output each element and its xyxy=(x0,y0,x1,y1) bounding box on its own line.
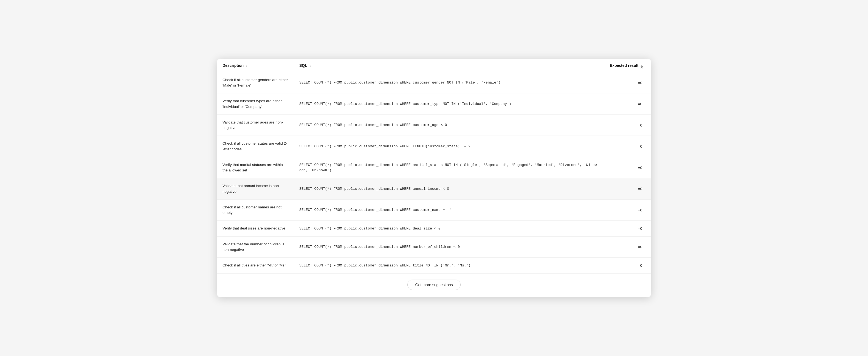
cell-sql: SELECT COUNT(*) FROM public.customer_dim… xyxy=(294,94,604,115)
checks-table: Description ↕ SQL ↕ Expected result ↕ Ch… xyxy=(217,59,651,274)
table-row: Validate that customer ages are non-nega… xyxy=(217,114,651,136)
cell-sql: SELECT COUNT(*) FROM public.customer_dim… xyxy=(294,136,604,157)
modal: × Description ↕ SQL ↕ Expected result ↕ xyxy=(217,59,651,297)
cell-description: Validate that the number of children is … xyxy=(217,236,294,258)
table-row: Validate that the number of children is … xyxy=(217,236,651,258)
cell-sql: SELECT COUNT(*) FROM public.customer_dim… xyxy=(294,178,604,200)
cell-sql: SELECT COUNT(*) FROM public.customer_dim… xyxy=(294,157,604,178)
column-header-description[interactable]: Description ↕ xyxy=(217,59,294,72)
table-row: Verify that customer types are either 'I… xyxy=(217,94,651,115)
table-row: Verify that marital statuses are within … xyxy=(217,157,651,178)
table-row: Check if all customer states are valid 2… xyxy=(217,136,651,157)
cell-sql: SELECT COUNT(*) FROM public.customer_dim… xyxy=(294,72,604,94)
table-body: Check if all customer genders are either… xyxy=(217,72,651,273)
cell-description: Validate that customer ages are non-nega… xyxy=(217,114,294,136)
cell-description: Validate that annual income is non-negat… xyxy=(217,178,294,200)
cell-description: Verify that marital statuses are within … xyxy=(217,157,294,178)
table-row: Verify that deal sizes are non-negativeS… xyxy=(217,221,651,236)
cell-description: Check if all customer states are valid 2… xyxy=(217,136,294,157)
cell-sql: SELECT COUNT(*) FROM public.customer_dim… xyxy=(294,221,604,236)
table-row: Check if all customer genders are either… xyxy=(217,72,651,94)
cell-sql: SELECT COUNT(*) FROM public.customer_dim… xyxy=(294,199,604,221)
cell-sql: SELECT COUNT(*) FROM public.customer_dim… xyxy=(294,258,604,273)
cell-sql: SELECT COUNT(*) FROM public.customer_dim… xyxy=(294,114,604,136)
cell-expected: =0 xyxy=(604,221,651,236)
close-button[interactable]: × xyxy=(638,63,646,71)
cell-expected: =0 xyxy=(604,114,651,136)
get-more-suggestions-button[interactable]: Get more suggestions xyxy=(407,280,461,290)
table-row: Check if all titles are either 'Mr.' or … xyxy=(217,258,651,273)
cell-expected: =0 xyxy=(604,236,651,258)
table-header-row: Description ↕ SQL ↕ Expected result ↕ xyxy=(217,59,651,72)
table-container: Description ↕ SQL ↕ Expected result ↕ Ch… xyxy=(217,59,651,274)
table-row: Validate that annual income is non-negat… xyxy=(217,178,651,200)
cell-expected: =0 xyxy=(604,136,651,157)
cell-description: Check if all customer genders are either… xyxy=(217,72,294,94)
column-header-sql[interactable]: SQL ↕ xyxy=(294,59,604,72)
footer: Get more suggestions xyxy=(217,273,651,297)
cell-description: Verify that customer types are either 'I… xyxy=(217,94,294,115)
cell-description: Verify that deal sizes are non-negative xyxy=(217,221,294,236)
cell-sql: SELECT COUNT(*) FROM public.customer_dim… xyxy=(294,236,604,258)
sort-icon-sql: ↕ xyxy=(309,64,311,68)
cell-expected: =0 xyxy=(604,178,651,200)
cell-expected: =0 xyxy=(604,258,651,273)
sort-icon-description: ↕ xyxy=(246,64,247,68)
cell-expected: =0 xyxy=(604,199,651,221)
cell-description: Check if all customer names are not empt… xyxy=(217,199,294,221)
cell-expected: =0 xyxy=(604,72,651,94)
table-row: Check if all customer names are not empt… xyxy=(217,199,651,221)
cell-description: Check if all titles are either 'Mr.' or … xyxy=(217,258,294,273)
cell-expected: =0 xyxy=(604,157,651,178)
cell-expected: =0 xyxy=(604,94,651,115)
